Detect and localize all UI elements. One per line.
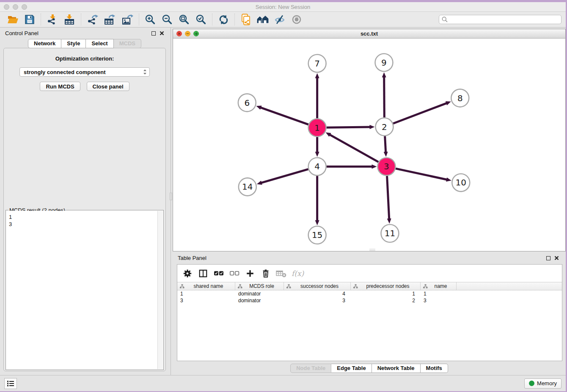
export-table-icon[interactable] xyxy=(101,13,118,26)
panel-divider[interactable] xyxy=(169,28,173,375)
export-network-icon[interactable] xyxy=(84,13,101,26)
float-panel-icon[interactable] xyxy=(151,31,156,36)
tab-network-table[interactable]: Network Table xyxy=(372,364,421,373)
table-row[interactable]: 3dominator323 xyxy=(177,297,562,304)
optimization-criterion-dropdown[interactable]: strongly connected component xyxy=(19,67,150,77)
zoom-in-icon[interactable] xyxy=(142,13,159,26)
import-table-icon[interactable] xyxy=(61,13,78,26)
graph-edge-4-14[interactable] xyxy=(261,169,308,183)
divider-handle[interactable] xyxy=(170,193,172,200)
table-cell: 4 xyxy=(284,291,351,297)
edge-arrowhead xyxy=(315,73,319,78)
node-label-8: 8 xyxy=(457,93,463,103)
graph-edge-2-8[interactable] xyxy=(393,103,447,123)
node-label-4: 4 xyxy=(314,161,320,171)
graph-edge-1-2[interactable] xyxy=(327,127,371,127)
table-cell: 3 xyxy=(177,298,235,304)
clone-network-icon[interactable] xyxy=(237,13,254,26)
canvas-resize-handle[interactable] xyxy=(369,249,375,251)
hide-selected-icon[interactable] xyxy=(271,13,288,26)
table-row[interactable]: 1dominator411 xyxy=(177,290,562,297)
zoom-out-icon[interactable] xyxy=(159,13,176,26)
task-list-icon xyxy=(7,380,14,387)
network-graph[interactable]: 7968124314101511 xyxy=(173,39,565,251)
graph-edge-3-11[interactable] xyxy=(387,176,389,219)
edge-arrowhead xyxy=(315,152,319,157)
network-minimize-icon[interactable] xyxy=(185,31,190,36)
dropdown-selected-value: strongly connected component xyxy=(24,69,143,75)
graph-edge-1-6[interactable] xyxy=(260,108,308,125)
graph-edge-2-9[interactable] xyxy=(384,77,385,118)
edge-arrowhead xyxy=(387,218,391,224)
open-session-icon[interactable] xyxy=(4,13,21,26)
first-neighbors-icon[interactable] xyxy=(254,13,271,26)
column-header-successor-nodes[interactable]: successor nodes xyxy=(284,282,351,290)
result-scrollbar[interactable] xyxy=(157,211,163,369)
table-settings-gear-icon[interactable] xyxy=(181,267,194,280)
node-label-10: 10 xyxy=(456,177,466,188)
table-panel-title: Table Panel xyxy=(178,255,206,261)
network-close-icon[interactable] xyxy=(176,31,182,36)
tab-mcds[interactable]: MCDS xyxy=(114,39,141,48)
tab-node-table[interactable]: Node Table xyxy=(290,364,331,373)
show-all-icon[interactable] xyxy=(288,13,305,26)
function-builder-icon[interactable]: f(x) xyxy=(292,269,304,278)
edge-arrowhead xyxy=(315,220,319,225)
apply-layout-icon[interactable] xyxy=(215,13,232,26)
toolbar-separator xyxy=(41,14,41,25)
desktop: Session: New Session xyxy=(0,0,567,392)
column-header-MCDS-role[interactable]: MCDS role xyxy=(235,282,284,290)
delete-table-icon[interactable] xyxy=(275,267,288,280)
close-panel-button[interactable]: Close panel xyxy=(87,82,129,91)
search-box[interactable] xyxy=(439,15,561,24)
float-table-panel-icon[interactable] xyxy=(546,256,550,260)
task-history-button[interactable] xyxy=(4,378,17,389)
save-session-icon[interactable] xyxy=(21,13,38,26)
column-header-predecessor-nodes[interactable]: predecessor nodes xyxy=(351,282,421,290)
import-network-icon[interactable] xyxy=(44,13,61,26)
tab-style[interactable]: Style xyxy=(61,39,86,48)
node-label-1: 1 xyxy=(314,123,320,133)
tab-edge-table[interactable]: Edge Table xyxy=(331,364,372,373)
table-cell: 1 xyxy=(351,291,421,297)
tab-network[interactable]: Network xyxy=(28,39,61,48)
table-cell: 1 xyxy=(421,291,457,297)
table-cell: dominator xyxy=(235,291,284,297)
graph-edge-3-1[interactable] xyxy=(329,135,378,162)
search-icon xyxy=(442,17,448,22)
control-panel: Control Panel NetworkStyleSelectMCDS Opt… xyxy=(0,28,169,375)
column-header-shared-name[interactable]: shared name xyxy=(177,282,235,290)
mcds-panel: Optimization criterion: strongly connect… xyxy=(3,48,166,371)
zoom-fit-icon[interactable] xyxy=(176,13,193,26)
network-maximize-icon[interactable] xyxy=(193,31,199,36)
close-table-panel-icon[interactable] xyxy=(554,256,559,260)
memory-button[interactable]: Memory xyxy=(524,378,561,389)
network-titlebar[interactable]: scc.txt xyxy=(173,29,565,39)
close-panel-icon[interactable] xyxy=(160,31,164,36)
network-canvas[interactable]: 7968124314101511 xyxy=(173,39,565,251)
table-rows: 1dominator4113dominator323 xyxy=(177,290,562,304)
mcds-result-list[interactable]: 13 xyxy=(6,211,157,369)
window-title: Session: New Session xyxy=(0,4,566,10)
graph-edge-3-10[interactable] xyxy=(396,168,447,179)
optimization-criterion-label: Optimization criterion: xyxy=(55,55,114,62)
network-title: scc.txt xyxy=(173,30,565,37)
delete-column-icon[interactable] xyxy=(259,267,272,280)
tab-motifs[interactable]: Motifs xyxy=(421,364,448,373)
edge-arrowhead xyxy=(372,164,377,168)
deselect-all-columns-icon[interactable] xyxy=(228,267,241,280)
run-mcds-button[interactable]: Run MCDS xyxy=(40,82,80,91)
show-column-panel-icon[interactable] xyxy=(197,267,209,280)
zoom-selected-icon[interactable] xyxy=(193,13,209,26)
export-image-icon[interactable] xyxy=(118,13,136,26)
node-label-3: 3 xyxy=(384,161,389,171)
search-input[interactable] xyxy=(450,17,559,22)
tab-select[interactable]: Select xyxy=(86,39,113,48)
network-window: scc.txt 7968124314101511 xyxy=(173,29,566,251)
graph-edge-2-3[interactable] xyxy=(385,136,386,152)
select-all-columns-icon[interactable] xyxy=(212,267,225,280)
create-column-icon[interactable] xyxy=(244,267,256,280)
mcds-result-box: MCDS result (2 nodes) 13 xyxy=(6,210,164,370)
control-panel-tabs: NetworkStyleSelectMCDS xyxy=(0,39,169,48)
column-header-name[interactable]: name xyxy=(421,282,457,290)
